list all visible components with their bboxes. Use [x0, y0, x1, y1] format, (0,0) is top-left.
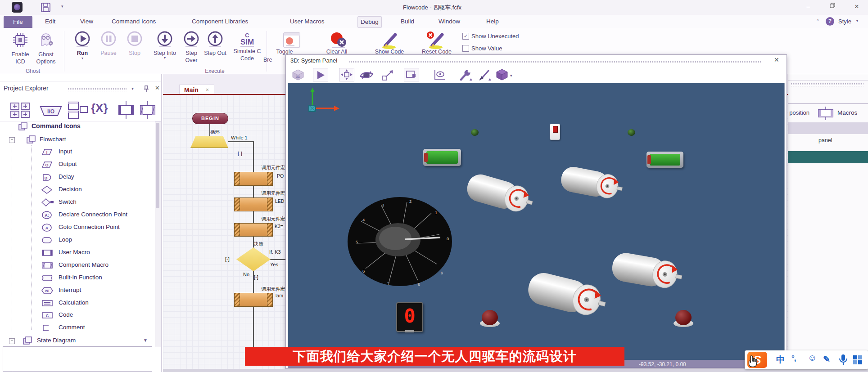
scrollbar-thumb[interactable]: [156, 123, 159, 208]
tree-expander[interactable]: −: [9, 137, 15, 143]
step-into-caret-icon[interactable]: ▾: [152, 57, 177, 59]
toggle-breakpoint-button[interactable]: [283, 32, 301, 48]
component-macro-tool-icon[interactable]: [138, 100, 158, 120]
3d-wrench-icon[interactable]: [459, 69, 472, 81]
flow-no-label: No: [243, 272, 249, 277]
3d-material-cube-icon[interactable]: ▾: [496, 68, 513, 81]
flow-component-macro-node[interactable]: [234, 223, 273, 237]
enable-icd-button[interactable]: Enable ICD: [6, 31, 34, 65]
pause-button[interactable]: Pause: [96, 31, 121, 57]
menu-user-macros[interactable]: User Macros: [287, 16, 327, 27]
breakpoint-window-icon: [283, 32, 301, 48]
ime-toolbox-icon[interactable]: [853, 355, 863, 365]
flow-component-macro-node[interactable]: [234, 293, 273, 307]
restore-button[interactable]: [826, 3, 839, 9]
rotary-dial[interactable]: 0 1 2 3 4 5 6 7 8 9: [347, 197, 453, 287]
simulate-c-code-button[interactable]: C SIM Simulate C Code: [231, 31, 264, 62]
stop-button[interactable]: Stop: [122, 31, 147, 57]
ghost-options-button[interactable]: Ghost Options: [32, 31, 60, 65]
seven-segment-display[interactable]: 0: [396, 302, 423, 332]
panel-menu-caret-icon[interactable]: ▾: [131, 86, 134, 91]
tree-scrollbar[interactable]: [155, 121, 161, 347]
3d-panel-drag-texture[interactable]: [349, 59, 761, 63]
quick-access-caret-icon[interactable]: ▾: [61, 4, 63, 9]
menu-command-icons[interactable]: Command Icons: [109, 16, 158, 27]
ime-emoji-icon[interactable]: ☺: [808, 353, 817, 363]
menu-file[interactable]: File: [4, 16, 32, 28]
3d-resize-icon[interactable]: [381, 69, 395, 81]
ime-handwriting-icon[interactable]: ✎: [823, 354, 830, 364]
menu-debug[interactable]: Debug: [357, 16, 382, 28]
3d-rotate-icon[interactable]: [359, 70, 374, 81]
menu-build[interactable]: Build: [398, 16, 417, 27]
ime-voice-icon[interactable]: [838, 354, 848, 366]
motor[interactable]: [605, 243, 691, 301]
reset-code-button[interactable]: [426, 31, 448, 50]
3d-view-axis-icon[interactable]: [433, 69, 447, 81]
ime-chinese-mode-icon[interactable]: 中: [776, 354, 785, 366]
flow-decision-node[interactable]: [236, 247, 271, 271]
pin-icon[interactable]: [143, 85, 149, 92]
braces-x-icon[interactable]: {X}: [91, 101, 108, 115]
led-bargraph[interactable]: [423, 149, 461, 166]
style-caret-icon[interactable]: ▾: [856, 19, 858, 23]
3d-viewport[interactable]: 0 1 2 3 4 5 6 7 8 9 0: [288, 83, 785, 360]
show-value-checkbox[interactable]: [462, 45, 469, 52]
3d-play-button[interactable]: [313, 68, 328, 81]
green-led-dot[interactable]: [628, 129, 635, 136]
io-icon[interactable]: I/O: [38, 103, 64, 118]
push-button[interactable]: [673, 309, 694, 328]
3d-region-button[interactable]: [404, 68, 419, 81]
panel-close-icon[interactable]: ✕: [155, 85, 160, 91]
ime-punctuation-icon[interactable]: °,: [791, 354, 796, 363]
step-over-button[interactable]: Step Over: [179, 31, 203, 64]
panel-drag-texture[interactable]: [791, 83, 863, 87]
push-button[interactable]: [479, 309, 500, 328]
flow-collapse-marker[interactable]: [-]: [254, 274, 258, 280]
3d-pan-button[interactable]: [339, 68, 354, 81]
tree-overflow-caret-icon[interactable]: ▼: [143, 338, 148, 343]
save-icon[interactable]: [41, 2, 51, 13]
3d-panel-close-icon[interactable]: ✕: [774, 56, 779, 63]
3d-brush-icon[interactable]: [478, 69, 491, 81]
run-button[interactable]: Run ▾: [70, 31, 95, 60]
panel-drag-texture[interactable]: [68, 88, 127, 91]
run-caret-icon[interactable]: ▾: [70, 57, 95, 60]
user-macro-tool-icon[interactable]: [116, 100, 136, 120]
flow-component-macro-node[interactable]: [234, 197, 273, 211]
grid-add-icon[interactable]: [9, 101, 32, 119]
tree-expander[interactable]: −: [9, 338, 15, 344]
close-button[interactable]: ✕: [850, 3, 863, 10]
motor[interactable]: [459, 162, 542, 228]
show-unexecuted-checkbox[interactable]: ✓: [462, 33, 469, 40]
menu-window[interactable]: Window: [436, 16, 463, 27]
ribbon-collapse-icon[interactable]: ⌃: [816, 18, 820, 24]
flow-collapse-marker[interactable]: [-]: [225, 256, 230, 262]
3d-mode-icon[interactable]: 3D: [291, 69, 305, 81]
menu-help[interactable]: Help: [484, 16, 502, 27]
menu-component-libraries[interactable]: Component Libraries: [189, 16, 251, 27]
windows-icon[interactable]: [67, 100, 89, 120]
toggle-switch-component[interactable]: [550, 124, 560, 140]
tab-close-icon[interactable]: ×: [206, 87, 209, 93]
switch-actuator[interactable]: [553, 126, 558, 133]
flow-collapse-marker[interactable]: [-]: [238, 151, 242, 156]
motor[interactable]: [555, 158, 629, 210]
selected-row[interactable]: [788, 151, 868, 163]
menu-view[interactable]: View: [77, 16, 96, 27]
minimize-button[interactable]: –: [801, 3, 815, 10]
show-code-button[interactable]: [381, 31, 402, 50]
flow-component-macro-node[interactable]: [234, 172, 273, 186]
menu-edit[interactable]: Edit: [42, 16, 58, 27]
motor[interactable]: [519, 259, 615, 333]
style-menu[interactable]: Style: [838, 18, 851, 25]
flow-loop-node[interactable]: [190, 136, 228, 148]
clear-all-breakpoints-button[interactable]: [329, 31, 348, 49]
help-icon[interactable]: ?: [826, 17, 834, 26]
step-into-button[interactable]: Step Into ▾: [152, 31, 177, 59]
led-bargraph[interactable]: [646, 152, 683, 168]
step-out-button[interactable]: Step Out: [203, 31, 227, 57]
green-led-dot[interactable]: [471, 129, 479, 136]
app-icon[interactable]: [12, 2, 23, 13]
flow-begin-node[interactable]: BEGIN: [192, 113, 228, 124]
